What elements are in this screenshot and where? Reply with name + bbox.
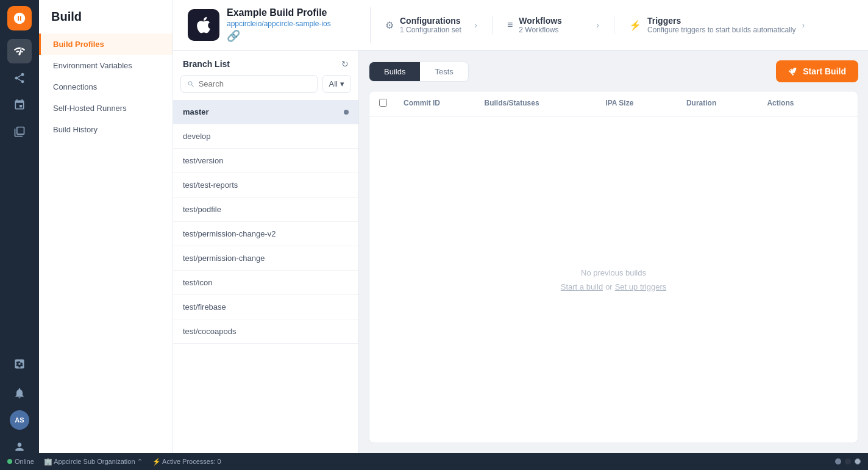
branch-list: master develop test/version test/test-re…	[173, 100, 358, 453]
processes-label: ⚡ Active Processes: 0	[173, 458, 221, 466]
col-checkbox[interactable]	[379, 99, 404, 109]
empty-links: Start a build or Set up triggers	[561, 282, 666, 291]
app-logo[interactable]	[7, 6, 32, 30]
processes-count: Active Processes: 0	[173, 458, 221, 465]
nav-card-triggers[interactable]: ⚡ Triggers Configure triggers to start b…	[614, 16, 819, 34]
sidebar-item-build-history[interactable]: Build History	[39, 119, 173, 140]
workflows-icon: ≡	[507, 20, 513, 30]
sidebar-icon-notifications[interactable]	[7, 381, 32, 405]
sidebar-item-connections[interactable]: Connections	[39, 76, 173, 98]
nav-title: Build	[39, 10, 173, 34]
branch-item-label: master	[183, 107, 209, 116]
col-duration: Duration	[686, 99, 767, 109]
user-avatar[interactable]: AS	[10, 410, 29, 430]
branch-list-title: Branch List	[183, 59, 230, 69]
branch-item-test-version[interactable]: test/version	[173, 149, 358, 173]
nav-cards: ⚙ Configurations 1 Configuration set › ≡…	[371, 16, 853, 34]
branch-panel: Branch List ↻ All ▾ master d	[173, 51, 359, 453]
configurations-subtitle: 1 Configuration set	[400, 26, 468, 34]
main-content: Example Build Profile appcircleio/appcir…	[173, 0, 868, 470]
branch-item-test-permission-change-v2[interactable]: test/permission-change-v2	[173, 222, 358, 246]
nav-sidebar: Build Build Profiles Environment Variabl…	[39, 0, 173, 470]
branch-item-label: test/podfile	[183, 205, 221, 214]
nav-card-workflows[interactable]: ≡ Workflows 2 Workflows ›	[493, 16, 614, 34]
sidebar-item-build-profiles[interactable]: Build Profiles	[39, 34, 173, 55]
branch-item-label: test/permission-change	[183, 254, 265, 263]
status-indicator-1	[835, 458, 841, 465]
branch-item-label: test/cocoapods	[183, 327, 236, 336]
col-ipa-size: IPA Size	[605, 99, 686, 109]
build-panel: Builds Tests Start Build Commit ID Build…	[359, 51, 868, 453]
nav-card-configurations[interactable]: ⚙ Configurations 1 Configuration set ›	[371, 16, 493, 34]
triggers-icon: ⚡	[629, 20, 641, 31]
empty-message: No previous builds	[581, 268, 646, 277]
configurations-content: Configurations 1 Configuration set	[400, 16, 468, 34]
start-build-link[interactable]: Start a build	[561, 282, 603, 291]
branch-item-label: test/version	[183, 156, 223, 165]
configurations-arrow-icon: ›	[474, 20, 477, 30]
filter-label: All	[329, 79, 338, 88]
branch-item-develop[interactable]: develop	[173, 124, 358, 149]
triggers-title: Triggers	[647, 16, 795, 26]
configurations-title: Configurations	[400, 16, 468, 26]
branch-item-test-cocoapods[interactable]: test/cocoapods	[173, 319, 358, 344]
setup-triggers-link[interactable]: Set up triggers	[615, 282, 667, 291]
search-icon	[187, 80, 195, 88]
sidebar-icon-distribute[interactable]	[7, 66, 32, 90]
branch-item-label: test/firebase	[183, 302, 226, 312]
col-actions: Actions	[767, 99, 848, 109]
start-build-button[interactable]: Start Build	[776, 60, 858, 82]
branch-item-label: test/test-reports	[183, 180, 238, 190]
profile-icon	[188, 9, 219, 41]
empty-action-separator: or	[605, 282, 613, 291]
branch-item-label: test/permission-change-v2	[183, 229, 276, 238]
branch-item-test-firebase[interactable]: test/firebase	[173, 295, 358, 319]
status-bar: Online 🏢 Appcircle Sub Organization ⌃ ⚡ …	[173, 453, 868, 470]
sidebar-icon-queue[interactable]	[7, 119, 32, 144]
branch-item-master[interactable]: master	[173, 100, 358, 124]
sidebar-icon-integrate[interactable]	[7, 93, 32, 117]
workflows-title: Workflows	[519, 16, 590, 26]
col-commit-id: Commit ID	[404, 99, 485, 109]
body-area: Branch List ↻ All ▾ master d	[173, 51, 868, 453]
branch-header: Branch List ↻	[173, 51, 358, 75]
sidebar-icon-build[interactable]	[7, 39, 32, 63]
configurations-icon: ⚙	[385, 20, 394, 31]
search-input[interactable]	[199, 79, 311, 88]
workflows-content: Workflows 2 Workflows	[519, 16, 590, 34]
branch-filter-dropdown[interactable]: All ▾	[322, 75, 351, 93]
rocket-icon	[788, 66, 798, 76]
start-build-label: Start Build	[803, 66, 846, 76]
triggers-subtitle: Configure triggers to start builds autom…	[647, 26, 795, 34]
profile-url[interactable]: appcircleio/appcircle-sample-ios	[227, 20, 331, 28]
sidebar-icon-settings[interactable]	[7, 352, 32, 376]
build-table: Commit ID Builds/Statuses IPA Size Durat…	[369, 91, 858, 443]
branch-search-row: All ▾	[173, 75, 358, 100]
branch-active-dot	[344, 110, 349, 115]
workflows-subtitle: 2 Workflows	[519, 26, 590, 34]
branch-item-test-icon[interactable]: test/icon	[173, 271, 358, 295]
branch-item-test-permission-change[interactable]: test/permission-change	[173, 246, 358, 271]
tab-builds[interactable]: Builds	[369, 62, 420, 81]
tab-group: Builds Tests	[369, 62, 469, 82]
col-builds-statuses: Builds/Statuses	[485, 99, 606, 109]
profile-header: Example Build Profile appcircleio/appcir…	[173, 0, 868, 51]
branch-item-test-test-reports[interactable]: test/test-reports	[173, 173, 358, 198]
workflows-arrow-icon: ›	[596, 20, 599, 30]
branch-refresh-icon[interactable]: ↻	[341, 59, 349, 69]
status-indicator-3	[855, 458, 861, 465]
build-table-header: Commit ID Builds/Statuses IPA Size Durat…	[369, 91, 858, 116]
profile-badge: 🔗	[227, 29, 331, 43]
branch-search-box[interactable]	[180, 75, 318, 93]
branch-item-label: develop	[183, 132, 211, 141]
tab-tests[interactable]: Tests	[420, 62, 468, 81]
profile-info: Example Build Profile appcircleio/appcir…	[188, 7, 371, 43]
user-initials: AS	[15, 416, 24, 424]
build-table-body: No previous builds Start a build or Set …	[369, 116, 858, 443]
status-indicators	[835, 458, 861, 465]
select-all-checkbox[interactable]	[379, 99, 387, 107]
profile-name: Example Build Profile	[227, 7, 331, 18]
branch-item-test-podfile[interactable]: test/podfile	[173, 198, 358, 222]
sidebar-item-self-hosted-runners[interactable]: Self-Hosted Runners	[39, 98, 173, 119]
sidebar-item-environment-variables[interactable]: Environment Variables	[39, 55, 173, 76]
